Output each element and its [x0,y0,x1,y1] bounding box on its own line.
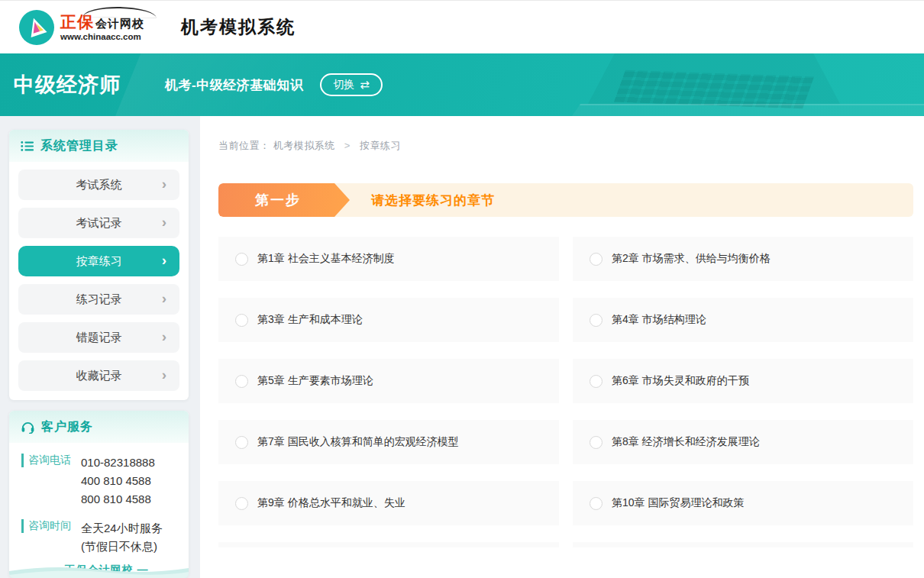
customer-service-title: 客户服务 [41,419,93,435]
phone-number: 400 810 4588 [81,472,155,490]
breadcrumb-separator-icon: > [344,140,351,151]
brand-name-secondary: 会计网校 [95,18,144,31]
chapter-radio[interactable] [235,436,248,449]
sidebar-menu-title: 系统管理目录 [40,138,118,154]
switch-arrows-icon: ⇄ [360,79,370,91]
chevron-right-icon: › [162,329,166,344]
top-header: 正保 会计网校 www.chinaacc.com 机考模拟系统 [0,0,924,53]
sidebar-item-label: 按章练习 [76,254,122,269]
sidebar-menu-list: 考试系统 › 考试记录 › 按章练习 › 练习记录 [9,170,189,391]
chapter-radio[interactable] [590,497,603,510]
sidebar-item[interactable]: 收藏记录 › [18,360,179,391]
breadcrumb-item-current: 按章练习 [360,140,401,151]
chevron-right-icon: › [162,367,166,382]
chapter-label: 第10章 国际贸易理论和政策 [612,496,744,510]
headset-icon [21,420,35,434]
service-time-label: 咨询时间 [21,519,71,533]
step-banner: 第一步 请选择要练习的章节 [218,183,913,217]
chapter-label: 第5章 生产要素市场理论 [257,374,373,388]
sidebar-item-label: 练习记录 [76,292,122,307]
customer-service-header: 客户服务 [9,411,189,443]
laptop-decoration [588,53,840,104]
switch-subject-button[interactable]: 切换 ⇄ [320,73,383,96]
laptop-base-decoration [556,104,924,116]
chapter-radio[interactable] [235,497,248,510]
sidebar-item-label: 考试系统 [76,178,122,192]
app-title: 机考模拟系统 [181,15,296,39]
sidebar: 系统管理目录 考试系统 › 考试记录 › 按章练习 [0,116,200,578]
phone-row: 咨询电话 010-82318888 400 810 4588 800 810 4… [21,454,181,509]
chapter-radio[interactable] [235,375,248,388]
brand-logo: 正保 会计网校 www.chinaacc.com [19,10,144,45]
phone-numbers: 010-82318888 400 810 4588 800 810 4588 [81,454,155,509]
chapter-item-partial [218,542,559,547]
chapter-item[interactable]: 第9章 价格总水平和就业、失业 [218,481,559,525]
chapter-label: 第8章 经济增长和经济发展理论 [612,435,760,449]
chapter-label: 第9章 价格总水平和就业、失业 [257,496,405,510]
chapter-item[interactable]: 第1章 社会主义基本经济制度 [218,237,559,281]
breadcrumb: 当前位置： 机考模拟系统 > 按章练习 [218,139,913,153]
chapter-radio[interactable] [590,436,603,449]
chapter-label: 第3章 生产和成本理论 [257,313,363,327]
chapter-label: 第4章 市场结构理论 [612,313,706,327]
chapter-item[interactable]: 第8章 经济增长和经济发展理论 [573,420,913,464]
chevron-right-icon: › [162,291,166,305]
chapter-item-partial [573,542,913,547]
breadcrumb-item-home[interactable]: 机考模拟系统 [273,140,335,151]
breadcrumb-prefix: 当前位置： [218,140,270,151]
chapter-radio[interactable] [590,375,603,388]
exam-subject: 机考-中级经济基础知识 [165,76,303,94]
chapter-label: 第7章 国民收入核算和简单的宏观经济模型 [257,435,459,449]
service-time-line: 全天24小时服务 [81,519,163,538]
chapter-item[interactable]: 第10章 国际贸易理论和政策 [573,481,913,525]
phone-number: 010-82318888 [81,454,155,472]
chapter-radio[interactable] [590,253,603,266]
chapter-label: 第2章 市场需求、供给与均衡价格 [612,252,771,266]
chapter-label: 第6章 市场失灵和政府的干预 [612,374,749,388]
chapter-item[interactable]: 第5章 生产要素市场理论 [218,359,559,403]
laptop-keyboard-decoration [614,70,814,109]
service-time-row: 咨询时间 全天24小时服务 (节假日不休息) [21,519,181,556]
switch-button-label: 切换 [333,78,354,92]
brand-website: www.chinaacc.com [60,32,144,42]
exam-name: 中级经济师 [14,71,121,98]
chapter-label: 第1章 社会主义基本经济制度 [257,252,395,266]
sidebar-item-label: 错题记录 [76,331,122,345]
sidebar-item[interactable]: 按章练习 › [18,246,179,276]
chevron-right-icon: › [162,253,166,267]
brand-logo-text: 正保 会计网校 www.chinaacc.com [60,13,144,42]
chevron-right-icon: › [162,176,166,191]
main-content: 当前位置： 机考模拟系统 > 按章练习 第一步 请选择要练习的章节 第1章 社会… [200,116,924,578]
sidebar-item[interactable]: 错题记录 › [18,322,179,353]
sidebar-item[interactable]: 考试系统 › [18,170,179,200]
chapter-list: 第1章 社会主义基本经济制度 第2章 市场需求、供给与均衡价格 第3章 生产和成… [218,237,913,547]
chapter-item[interactable]: 第6章 市场失灵和政府的干预 [573,359,913,403]
logo-arc-decoration [83,6,157,18]
wave-decoration [9,564,189,578]
brand-logo-icon [19,10,54,45]
chapter-radio[interactable] [235,253,248,266]
phone-number: 800 810 4588 [81,490,155,509]
service-time-line: (节假日不休息) [81,538,163,556]
sidebar-menu-card: 系统管理目录 考试系统 › 考试记录 › 按章练习 [9,130,189,400]
menu-list-icon [21,140,34,152]
chevron-right-icon: › [162,215,166,229]
step-badge: 第一步 [218,183,350,217]
customer-service-card: 客户服务 咨询电话 010-82318888 400 810 4588 800 … [9,411,189,578]
sidebar-item-label: 考试记录 [76,216,122,231]
sidebar-item[interactable]: 考试记录 › [18,208,179,238]
exam-banner: 中级经济师 机考-中级经济基础知识 切换 ⇄ [0,53,924,116]
phone-label: 咨询电话 [21,454,71,467]
chapter-item[interactable]: 第2章 市场需求、供给与均衡价格 [573,237,913,281]
sidebar-menu-header: 系统管理目录 [9,130,189,162]
chapter-item[interactable]: 第3章 生产和成本理论 [218,298,559,342]
step-instruction: 请选择要练习的章节 [371,192,495,209]
chapter-item[interactable]: 第7章 国民收入核算和简单的宏观经济模型 [218,420,559,464]
chapter-radio[interactable] [590,314,603,327]
chapter-item[interactable]: 第4章 市场结构理论 [573,298,913,342]
sidebar-item-label: 收藏记录 [76,369,122,383]
sidebar-item[interactable]: 练习记录 › [18,284,179,315]
chapter-radio[interactable] [235,314,248,327]
service-time-values: 全天24小时服务 (节假日不休息) [81,519,163,556]
